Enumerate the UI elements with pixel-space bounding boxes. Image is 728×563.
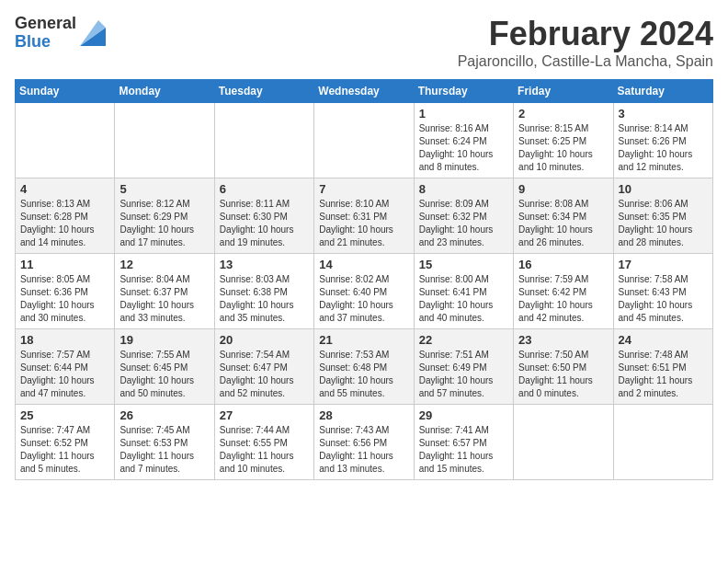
- day-number: 14: [319, 258, 408, 271]
- calendar-week-row: 4Sunrise: 8:13 AMSunset: 6:28 PMDaylight…: [16, 178, 713, 254]
- calendar-day-cell: 20Sunrise: 7:54 AMSunset: 6:47 PMDayligh…: [214, 329, 313, 405]
- day-info: Sunrise: 7:50 AMSunset: 6:50 PMDaylight:…: [518, 349, 608, 400]
- day-info: Sunrise: 8:05 AMSunset: 6:36 PMDaylight:…: [20, 273, 109, 325]
- calendar-day-cell: 23Sunrise: 7:50 AMSunset: 6:50 PMDayligh…: [514, 329, 613, 405]
- day-info: Sunrise: 7:59 AMSunset: 6:42 PMDaylight:…: [518, 273, 608, 325]
- day-info: Sunrise: 8:06 AMSunset: 6:35 PMDaylight:…: [619, 198, 708, 249]
- title-block: February 2024 Pajaroncillo, Castille-La …: [458, 15, 713, 70]
- month-title: February 2024: [458, 15, 713, 53]
- calendar-day-cell: 5Sunrise: 8:12 AMSunset: 6:29 PMDaylight…: [115, 178, 214, 254]
- day-info: Sunrise: 7:47 AMSunset: 6:52 PMDaylight:…: [20, 424, 109, 476]
- calendar-day-cell: 16Sunrise: 7:59 AMSunset: 6:42 PMDayligh…: [514, 254, 613, 329]
- day-number: 24: [619, 333, 708, 347]
- calendar-day-cell: 19Sunrise: 7:55 AMSunset: 6:45 PMDayligh…: [115, 329, 214, 405]
- calendar-day-header: Sunday: [16, 80, 115, 103]
- calendar-day-cell: 8Sunrise: 8:09 AMSunset: 6:32 PMDaylight…: [414, 178, 513, 254]
- calendar-day-cell: 27Sunrise: 7:44 AMSunset: 6:55 PMDayligh…: [214, 405, 313, 480]
- day-number: 16: [518, 258, 608, 271]
- calendar-week-row: 11Sunrise: 8:05 AMSunset: 6:36 PMDayligh…: [16, 254, 713, 329]
- calendar-day-cell: [314, 103, 414, 178]
- day-info: Sunrise: 8:10 AMSunset: 6:31 PMDaylight:…: [319, 198, 408, 249]
- day-info: Sunrise: 8:14 AMSunset: 6:26 PMDaylight:…: [619, 122, 708, 174]
- day-info: Sunrise: 8:09 AMSunset: 6:32 PMDaylight:…: [419, 198, 508, 249]
- calendar-week-row: 18Sunrise: 7:57 AMSunset: 6:44 PMDayligh…: [16, 329, 713, 405]
- logo-general-text: General: [15, 15, 76, 33]
- logo-blue-text: Blue: [15, 33, 76, 52]
- calendar-day-cell: 26Sunrise: 7:45 AMSunset: 6:53 PMDayligh…: [115, 405, 214, 480]
- day-number: 26: [119, 408, 209, 422]
- day-info: Sunrise: 7:54 AMSunset: 6:47 PMDaylight:…: [220, 349, 309, 400]
- calendar-day-cell: 14Sunrise: 8:02 AMSunset: 6:40 PMDayligh…: [314, 254, 414, 329]
- day-info: Sunrise: 8:03 AMSunset: 6:38 PMDaylight:…: [220, 273, 309, 325]
- calendar-week-row: 25Sunrise: 7:47 AMSunset: 6:52 PMDayligh…: [16, 405, 713, 480]
- calendar-day-cell: [613, 405, 712, 480]
- calendar-day-cell: [514, 405, 613, 480]
- calendar-day-cell: 12Sunrise: 8:04 AMSunset: 6:37 PMDayligh…: [115, 254, 214, 329]
- day-number: 3: [619, 107, 708, 121]
- day-info: Sunrise: 8:13 AMSunset: 6:28 PMDaylight:…: [20, 198, 109, 249]
- day-info: Sunrise: 8:04 AMSunset: 6:37 PMDaylight:…: [119, 273, 209, 325]
- calendar-day-header: Friday: [514, 80, 613, 103]
- calendar-day-cell: 13Sunrise: 8:03 AMSunset: 6:38 PMDayligh…: [214, 254, 313, 329]
- calendar-day-cell: 15Sunrise: 8:00 AMSunset: 6:41 PMDayligh…: [414, 254, 513, 329]
- day-number: 28: [319, 408, 408, 422]
- day-number: 25: [20, 408, 109, 422]
- day-number: 10: [619, 182, 708, 196]
- calendar-day-cell: 1Sunrise: 8:16 AMSunset: 6:24 PMDaylight…: [414, 103, 513, 178]
- day-info: Sunrise: 7:53 AMSunset: 6:48 PMDaylight:…: [319, 349, 408, 400]
- calendar-day-cell: 24Sunrise: 7:48 AMSunset: 6:51 PMDayligh…: [613, 329, 712, 405]
- calendar-day-cell: 2Sunrise: 8:15 AMSunset: 6:25 PMDaylight…: [514, 103, 613, 178]
- calendar-day-cell: 22Sunrise: 7:51 AMSunset: 6:49 PMDayligh…: [414, 329, 513, 405]
- day-number: 6: [220, 182, 309, 196]
- day-info: Sunrise: 7:43 AMSunset: 6:56 PMDaylight:…: [319, 424, 408, 476]
- calendar-table: SundayMondayTuesdayWednesdayThursdayFrid…: [15, 79, 713, 480]
- location-title: Pajaroncillo, Castille-La Mancha, Spain: [458, 53, 713, 70]
- calendar-day-cell: 4Sunrise: 8:13 AMSunset: 6:28 PMDaylight…: [16, 178, 115, 254]
- day-number: 7: [319, 182, 408, 196]
- calendar-day-header: Monday: [115, 80, 214, 103]
- day-number: 29: [419, 408, 508, 422]
- day-info: Sunrise: 7:48 AMSunset: 6:51 PMDaylight:…: [619, 349, 708, 400]
- day-info: Sunrise: 7:58 AMSunset: 6:43 PMDaylight:…: [619, 273, 708, 325]
- calendar-day-cell: [214, 103, 313, 178]
- calendar-header-row: SundayMondayTuesdayWednesdayThursdayFrid…: [16, 80, 713, 103]
- calendar-day-header: Saturday: [613, 80, 712, 103]
- calendar-day-cell: 29Sunrise: 7:41 AMSunset: 6:57 PMDayligh…: [414, 405, 513, 480]
- calendar-day-cell: 9Sunrise: 8:08 AMSunset: 6:34 PMDaylight…: [514, 178, 613, 254]
- day-number: 22: [419, 333, 508, 347]
- day-info: Sunrise: 8:12 AMSunset: 6:29 PMDaylight:…: [119, 198, 209, 249]
- calendar-day-header: Wednesday: [314, 80, 414, 103]
- calendar-day-cell: [115, 103, 214, 178]
- day-number: 8: [419, 182, 508, 196]
- day-number: 23: [518, 333, 608, 347]
- day-number: 20: [220, 333, 309, 347]
- day-number: 12: [119, 258, 209, 271]
- day-info: Sunrise: 8:02 AMSunset: 6:40 PMDaylight:…: [319, 273, 408, 325]
- calendar-day-cell: 25Sunrise: 7:47 AMSunset: 6:52 PMDayligh…: [16, 405, 115, 480]
- day-number: 17: [619, 258, 708, 271]
- day-number: 5: [119, 182, 209, 196]
- day-info: Sunrise: 7:51 AMSunset: 6:49 PMDaylight:…: [419, 349, 508, 400]
- calendar-day-cell: 17Sunrise: 7:58 AMSunset: 6:43 PMDayligh…: [613, 254, 712, 329]
- calendar-week-row: 1Sunrise: 8:16 AMSunset: 6:24 PMDaylight…: [16, 103, 713, 178]
- day-info: Sunrise: 7:45 AMSunset: 6:53 PMDaylight:…: [119, 424, 209, 476]
- day-info: Sunrise: 7:41 AMSunset: 6:57 PMDaylight:…: [419, 424, 508, 476]
- calendar-day-header: Thursday: [414, 80, 513, 103]
- calendar-day-cell: 7Sunrise: 8:10 AMSunset: 6:31 PMDaylight…: [314, 178, 414, 254]
- calendar-day-cell: 28Sunrise: 7:43 AMSunset: 6:56 PMDayligh…: [314, 405, 414, 480]
- calendar-day-cell: 18Sunrise: 7:57 AMSunset: 6:44 PMDayligh…: [16, 329, 115, 405]
- logo-icon: [80, 20, 106, 46]
- day-number: 19: [119, 333, 209, 347]
- calendar-day-cell: [16, 103, 115, 178]
- day-info: Sunrise: 8:08 AMSunset: 6:34 PMDaylight:…: [518, 198, 608, 249]
- calendar-day-cell: 3Sunrise: 8:14 AMSunset: 6:26 PMDaylight…: [613, 103, 712, 178]
- calendar-day-header: Tuesday: [214, 80, 313, 103]
- day-info: Sunrise: 7:44 AMSunset: 6:55 PMDaylight:…: [220, 424, 309, 476]
- day-number: 13: [220, 258, 309, 271]
- day-info: Sunrise: 7:55 AMSunset: 6:45 PMDaylight:…: [119, 349, 209, 400]
- day-number: 11: [20, 258, 109, 271]
- day-number: 1: [419, 107, 508, 121]
- calendar-day-cell: 6Sunrise: 8:11 AMSunset: 6:30 PMDaylight…: [214, 178, 313, 254]
- day-number: 27: [220, 408, 309, 422]
- day-info: Sunrise: 8:11 AMSunset: 6:30 PMDaylight:…: [220, 198, 309, 249]
